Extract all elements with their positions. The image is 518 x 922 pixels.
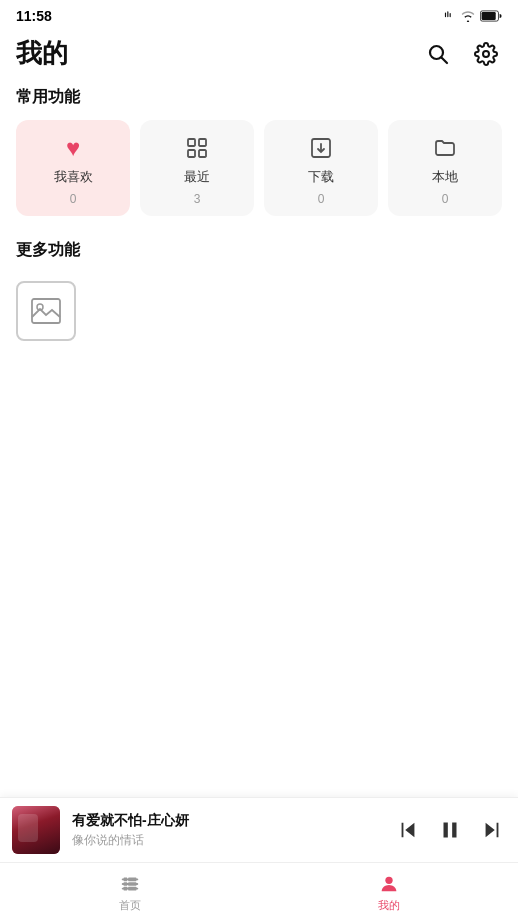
more-functions-section: 更多功能 xyxy=(0,236,518,341)
page-title: 我的 xyxy=(16,36,68,71)
func-card-favorite[interactable]: ♥ 我喜欢 0 xyxy=(16,120,130,216)
nav-label-mine: 我的 xyxy=(378,898,400,913)
player-bar: 有爱就不怕-庄心妍 像你说的情话 xyxy=(0,797,518,862)
svg-rect-8 xyxy=(188,139,195,146)
player-title: 有爱就不怕-庄心妍 xyxy=(72,812,382,830)
func-label-recent: 最近 xyxy=(184,168,210,186)
header-actions xyxy=(422,38,502,70)
func-label-download: 下载 xyxy=(308,168,334,186)
svg-rect-25 xyxy=(128,882,136,886)
svg-rect-23 xyxy=(123,886,127,890)
player-thumb-art xyxy=(12,806,60,854)
status-bar: 11:58 xyxy=(0,0,518,28)
func-label-favorite: 我喜欢 xyxy=(54,168,93,186)
svg-rect-1 xyxy=(447,11,448,17)
player-info: 有爱就不怕-庄心妍 像你说的情话 xyxy=(72,812,382,849)
svg-rect-26 xyxy=(128,886,136,890)
func-card-download[interactable]: 下载 0 xyxy=(264,120,378,216)
grid-icon xyxy=(183,134,211,162)
skip-back-icon xyxy=(397,819,419,841)
image-icon xyxy=(30,295,62,327)
bottom-nav: 首页 我的 xyxy=(0,862,518,922)
svg-rect-2 xyxy=(450,13,451,17)
func-count-recent: 3 xyxy=(194,192,201,206)
battery-icon xyxy=(480,10,502,22)
download-icon xyxy=(307,134,335,162)
status-time: 11:58 xyxy=(16,8,52,24)
search-button[interactable] xyxy=(422,38,454,70)
svg-rect-21 xyxy=(123,877,127,881)
svg-rect-0 xyxy=(445,13,446,18)
mine-icon xyxy=(378,873,400,895)
func-count-download: 0 xyxy=(318,192,325,206)
svg-point-7 xyxy=(483,51,489,57)
func-label-local: 本地 xyxy=(432,168,458,186)
player-controls xyxy=(394,816,506,844)
svg-rect-24 xyxy=(128,877,136,881)
svg-rect-11 xyxy=(199,150,206,157)
func-count-local: 0 xyxy=(442,192,449,206)
svg-rect-9 xyxy=(199,139,206,146)
svg-rect-10 xyxy=(188,150,195,157)
folder-icon xyxy=(431,134,459,162)
svg-rect-4 xyxy=(482,12,496,20)
svg-rect-15 xyxy=(32,299,60,323)
common-functions-grid: ♥ 我喜欢 0 最近 3 下载 0 xyxy=(0,120,518,236)
status-icons xyxy=(442,9,502,23)
player-prev-button[interactable] xyxy=(394,816,422,844)
search-icon xyxy=(426,42,450,66)
common-functions-title: 常用功能 xyxy=(0,83,518,120)
svg-rect-22 xyxy=(123,882,127,886)
player-pause-button[interactable] xyxy=(436,816,464,844)
player-next-button[interactable] xyxy=(478,816,506,844)
wifi-icon xyxy=(460,9,476,23)
svg-point-28 xyxy=(385,876,392,883)
func-card-local[interactable]: 本地 0 xyxy=(388,120,502,216)
home-icon xyxy=(119,873,141,895)
settings-icon xyxy=(474,42,498,66)
skip-forward-icon xyxy=(481,819,503,841)
notification-icon xyxy=(442,9,456,23)
player-thumbnail[interactable] xyxy=(12,806,60,854)
func-card-recent[interactable]: 最近 3 xyxy=(140,120,254,216)
func-count-favorite: 0 xyxy=(70,192,77,206)
pause-icon xyxy=(437,817,463,843)
header: 我的 xyxy=(0,28,518,83)
nav-item-mine[interactable]: 我的 xyxy=(259,863,518,922)
svg-line-6 xyxy=(442,57,448,63)
nav-label-home: 首页 xyxy=(119,898,141,913)
more-functions-title: 更多功能 xyxy=(16,236,502,273)
more-functions-image-placeholder xyxy=(16,281,76,341)
heart-icon: ♥ xyxy=(59,134,87,162)
player-subtitle: 像你说的情话 xyxy=(72,832,382,849)
nav-item-home[interactable]: 首页 xyxy=(0,863,259,922)
settings-button[interactable] xyxy=(470,38,502,70)
